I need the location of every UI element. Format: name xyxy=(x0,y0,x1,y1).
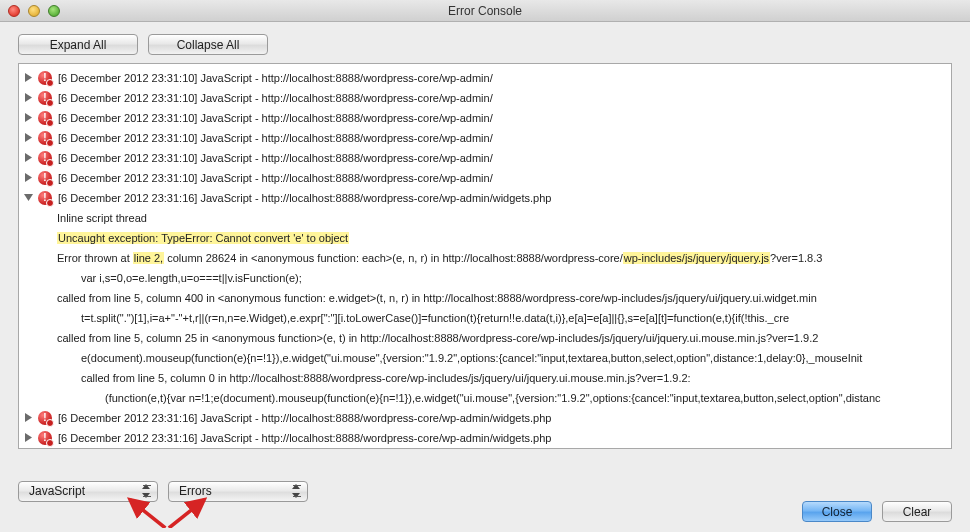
svg-marker-5 xyxy=(25,173,32,182)
svg-line-10 xyxy=(130,500,166,528)
thrown-post: ?ver=1.8.3 xyxy=(770,252,822,264)
svg-marker-1 xyxy=(25,93,32,102)
error-row-text: [6 December 2012 23:31:10] JavaScript - … xyxy=(58,70,947,86)
error-row[interactable]: ! [6 December 2012 23:31:10] JavaScript … xyxy=(19,128,951,148)
svg-marker-8 xyxy=(25,433,32,442)
error-icon: ! xyxy=(38,411,52,425)
code-snippet: t=t.split(".")[1],i=a+"-"+t,r||(r=n,n=e.… xyxy=(57,308,951,328)
annotation-arrows-icon xyxy=(116,496,236,528)
thrown-mid: column 28624 in <anonymous function: eac… xyxy=(164,252,623,264)
thrown-pre: Error thrown at xyxy=(57,252,133,264)
svg-marker-2 xyxy=(25,113,32,122)
svg-marker-7 xyxy=(25,413,32,422)
thrown-line-hl: line 2, xyxy=(133,252,164,264)
error-icon: ! xyxy=(38,131,52,145)
disclosure-right-icon[interactable] xyxy=(23,92,34,103)
error-details: Inline script thread Uncaught exception:… xyxy=(19,208,951,408)
error-row[interactable]: ! [6 December 2012 23:31:10] JavaScript … xyxy=(19,108,951,128)
collapse-all-button[interactable]: Collapse All xyxy=(148,34,268,55)
svg-marker-4 xyxy=(25,153,32,162)
error-row-text: [6 December 2012 23:31:16] JavaScript - … xyxy=(58,410,947,426)
error-icon: ! xyxy=(38,191,52,205)
error-icon: ! xyxy=(38,111,52,125)
stack-frame: called from line 5, column 25 in <anonym… xyxy=(57,328,951,348)
console-panel: ! [6 December 2012 23:31:10] JavaScript … xyxy=(18,63,952,449)
disclosure-right-icon[interactable] xyxy=(23,132,34,143)
exception-text: Uncaught exception: TypeError: Cannot co… xyxy=(57,232,349,244)
error-row-text: [6 December 2012 23:31:10] JavaScript - … xyxy=(58,150,947,166)
stack-frame: called from line 5, column 0 in http://l… xyxy=(57,368,951,388)
svg-marker-6 xyxy=(24,194,33,201)
thrown-file-hl: wp-includes/js/jquery/jquery.js xyxy=(623,252,770,264)
error-icon: ! xyxy=(38,431,52,445)
thread-label: Inline script thread xyxy=(57,208,951,228)
disclosure-right-icon[interactable] xyxy=(23,432,34,443)
error-icon: ! xyxy=(38,91,52,105)
thrown-at-line: Error thrown at line 2, column 28624 in … xyxy=(57,248,951,268)
close-button[interactable]: Close xyxy=(802,501,872,522)
error-row[interactable]: ! [6 December 2012 23:31:16] JavaScript … xyxy=(19,408,951,428)
svg-line-11 xyxy=(169,500,205,528)
disclosure-right-icon[interactable] xyxy=(23,412,34,423)
error-icon: ! xyxy=(38,151,52,165)
clear-button[interactable]: Clear xyxy=(882,501,952,522)
disclosure-right-icon[interactable] xyxy=(23,112,34,123)
disclosure-right-icon[interactable] xyxy=(23,72,34,83)
error-row-expanded[interactable]: ! [6 December 2012 23:31:16] JavaScript … xyxy=(19,188,951,208)
error-icon: ! xyxy=(38,171,52,185)
error-row-text: [6 December 2012 23:31:10] JavaScript - … xyxy=(58,90,947,106)
code-snippet: (function(e,t){var n=!1;e(document).mous… xyxy=(57,388,951,408)
error-row[interactable]: ! [6 December 2012 23:31:10] JavaScript … xyxy=(19,168,951,188)
stack-frame: called from line 5, column 400 in <anony… xyxy=(57,288,951,308)
code-snippet: var i,s=0,o=e.length,u=o===t||v.isFuncti… xyxy=(57,268,951,288)
error-icon: ! xyxy=(38,71,52,85)
disclosure-right-icon[interactable] xyxy=(23,172,34,183)
error-row[interactable]: ! [6 December 2012 23:31:10] JavaScript … xyxy=(19,88,951,108)
svg-marker-3 xyxy=(25,133,32,142)
error-row[interactable]: ! [6 December 2012 23:31:10] JavaScript … xyxy=(19,148,951,168)
error-row-text: [6 December 2012 23:31:16] JavaScript - … xyxy=(58,430,947,446)
language-value: JavaScript xyxy=(29,484,85,498)
error-row-text: [6 December 2012 23:31:10] JavaScript - … xyxy=(58,170,947,186)
error-row[interactable]: ! [6 December 2012 23:31:16] JavaScript … xyxy=(19,428,951,448)
expand-all-button[interactable]: Expand All xyxy=(18,34,138,55)
code-snippet: e(document).mouseup(function(e){n=!1}),e… xyxy=(57,348,951,368)
bottom-bar: JavaScript Errors Close Clear xyxy=(0,472,970,532)
disclosure-right-icon[interactable] xyxy=(23,152,34,163)
toolbar: Expand All Collapse All xyxy=(0,22,970,63)
window-title: Error Console xyxy=(0,4,970,18)
console-scroll[interactable]: ! [6 December 2012 23:31:10] JavaScript … xyxy=(19,64,951,448)
error-row[interactable]: ! [6 December 2012 23:31:10] JavaScript … xyxy=(19,68,951,88)
bottom-buttons: Close Clear xyxy=(802,501,952,522)
disclosure-down-icon[interactable] xyxy=(23,192,34,203)
error-row-text: [6 December 2012 23:31:16] JavaScript - … xyxy=(58,190,947,206)
exception-line: Uncaught exception: TypeError: Cannot co… xyxy=(57,228,951,248)
error-row-text: [6 December 2012 23:31:10] JavaScript - … xyxy=(58,110,947,126)
svg-marker-0 xyxy=(25,73,32,82)
error-row-text: [6 December 2012 23:31:10] JavaScript - … xyxy=(58,130,947,146)
titlebar: Error Console xyxy=(0,0,970,22)
